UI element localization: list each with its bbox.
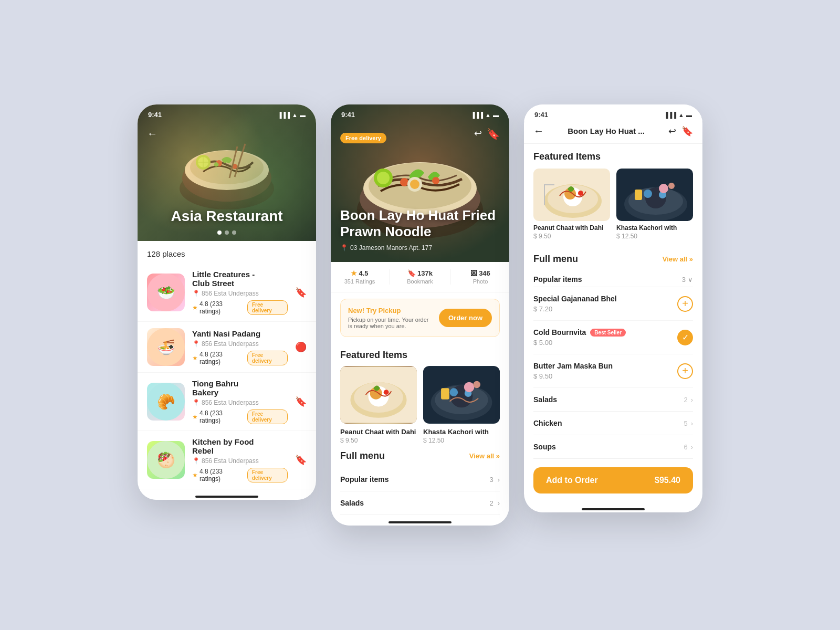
restaurant-name-2: Yanti Nasi Padang [192, 329, 288, 338]
phone3-back-btn[interactable]: ← [533, 125, 544, 137]
restaurant-info-3: Tiong BahruBakery 📍 856 Esta Underpass ★… [192, 379, 288, 424]
phone3-featured-img-1 [533, 169, 610, 221]
restaurant-meta-4: ★ 4.8 (233 ratings) Free delivery [192, 468, 288, 482]
stat-rating-label: 351 Ratings [344, 278, 375, 285]
phone3-featured-price-2: $ 12.50 [616, 233, 693, 240]
phone3-status-icons: ▐▐▐ ▲ ▬ [664, 112, 692, 118]
phone2-featured-price-1: $ 9.50 [340, 437, 417, 444]
phone2-full-menu-title: Full menu [340, 450, 385, 461]
stat-photos-value: 🖼 346 [470, 269, 490, 277]
pin-icon-3: 📍 [192, 399, 200, 406]
phone2-featured-grid: Peanut Chaat with Dahi $ 9.50 [331, 366, 509, 450]
phone3-soups-label: Soups [533, 443, 556, 451]
phone2-status-bar: 9:41 ▐▐▐ ▲ ▬ [331, 104, 509, 121]
svg-rect-44 [441, 388, 449, 399]
phone3-popular-label: Popular items [533, 275, 582, 284]
phone3-featured-card-2[interactable]: Khasta Kachori with $ 12.50 [616, 169, 693, 240]
restaurant-name-1: Little Creatures -Club Street [192, 270, 288, 288]
phone3-soups-right: 6 › [684, 443, 693, 451]
phone3-share-btn[interactable]: ↩ [668, 125, 676, 137]
stat-rating-value: ★ 4.5 [351, 269, 368, 277]
phone2-featured-price-2: $ 12.50 [423, 437, 500, 444]
phone3-cat-chicken[interactable]: Chicken 5 › [533, 412, 693, 435]
bookmark-btn-3[interactable]: 🔖 [295, 396, 307, 407]
restaurant-info-2: Yanti Nasi Padang 📍 856 Esta Underpass ★… [192, 329, 288, 365]
phone1-back-btn[interactable]: ← [147, 128, 158, 140]
stat-bookmarks-value: 🔖 137k [407, 269, 433, 277]
add-btn-2[interactable]: ✓ [677, 330, 693, 345]
bookmark-icon-stat: 🔖 [407, 269, 416, 277]
phone2-view-all[interactable]: View all » [469, 452, 500, 460]
restaurant-item-3[interactable]: 🥐 Tiong BahruBakery 📍 856 Esta Underpass… [138, 373, 316, 431]
order-now-button[interactable]: Order now [439, 309, 492, 327]
phone-1: 9:41 ▐▐▐ ▲ ▬ [138, 104, 316, 500]
phone3-featured-section: Featured Items [524, 144, 702, 247]
phone3-bottom-bar [524, 502, 702, 512]
chevron-right-chicken: › [691, 419, 693, 427]
restaurant-meta-2: ★ 4.8 (233 ratings) Free delivery [192, 351, 288, 365]
restaurant-name-4: Kitchen by FoodRebel [192, 437, 288, 455]
stat-rating: ★ 4.5 351 Ratings [340, 269, 379, 285]
phone2-menu-cat-2[interactable]: Salads 2 › [340, 491, 500, 515]
svg-rect-61 [635, 190, 642, 200]
rating-3: ★ 4.8 (233 ratings) [192, 410, 243, 424]
phone3-featured-card-1[interactable]: Peanut Chaat with Dahi $ 9.50 [533, 169, 610, 240]
bookmark-btn-4[interactable]: 🔖 [295, 454, 307, 466]
bookmark-btn-2[interactable]: 🔴 [295, 341, 307, 353]
svg-point-63 [668, 183, 675, 189]
stat-divider-1 [390, 269, 390, 285]
restaurant-item-1[interactable]: 🥗 Little Creatures -Club Street 📍 856 Es… [138, 264, 316, 322]
star-icon-stat: ★ [351, 269, 357, 277]
phone2-featured-card-2[interactable]: Khasta Kachori with $ 12.50 [423, 366, 500, 444]
pickup-text: New! Try Pickup Pickup on your time. You… [348, 307, 432, 329]
phone3-salads-label: Salads [533, 395, 557, 404]
pickup-desc: Pickup on your time. Your order is ready… [348, 317, 432, 329]
add-btn-1[interactable]: + [677, 296, 693, 312]
restaurant-item-4[interactable]: 🥙 Kitchen by FoodRebel 📍 856 Esta Underp… [138, 431, 316, 489]
battery-icon-2: ▬ [493, 112, 499, 118]
phone3-view-all[interactable]: View all » [663, 255, 693, 263]
phone3-item-name-2: Cold Bournvita Best Seller [533, 328, 626, 337]
phone3-menu-item-2: Cold Bournvita Best Seller $ 5.00 ✓ [533, 321, 693, 354]
phone3-bookmark-btn[interactable]: 🔖 [681, 125, 693, 137]
svg-text:🥐: 🥐 [157, 393, 175, 411]
phone3-cat-salads[interactable]: Salads 2 › [533, 388, 693, 412]
phone3-full-menu-header: Full menu View all » [533, 247, 693, 270]
phone3-item-info-3: Butter Jam Maska Bun $ 9.50 [533, 362, 613, 380]
phone2-bookmark-btn[interactable]: 🔖 [487, 128, 500, 140]
phone3-item-name-3: Butter Jam Maska Bun [533, 362, 613, 370]
svg-text:🍜: 🍜 [157, 339, 175, 356]
phone2-address: 📍 03 Jameson Manors Apt. 177 [340, 244, 500, 251]
svg-text:🥙: 🥙 [157, 452, 175, 469]
phone2-home-indicator [388, 521, 452, 523]
add-to-order-button[interactable]: Add to Order $95.40 [533, 467, 693, 494]
phone2-restaurant-name: Boon Lay Ho Huat Fried Prawn Noodle [340, 207, 500, 240]
phone2-menu-cat-1[interactable]: Popular items 3 › [340, 468, 500, 491]
phone2-featured-card-1[interactable]: Peanut Chaat with Dahi $ 9.50 [340, 366, 417, 444]
rating-4: ★ 4.8 (233 ratings) [192, 468, 243, 482]
phone3-cat-soups[interactable]: Soups 6 › [533, 435, 693, 459]
phone3-popular-header[interactable]: Popular items 3 ∨ [533, 270, 693, 287]
phone2-status-icons: ▐▐▐ ▲ ▬ [471, 112, 499, 118]
phone3-featured-name-2: Khasta Kachori with [616, 224, 693, 232]
svg-point-45 [464, 382, 474, 392]
phone3-item-name-1: Special Gajananad Bhel [533, 295, 617, 303]
bookmark-btn-1[interactable]: 🔖 [295, 287, 307, 298]
restaurant-address-2: 📍 856 Esta Underpass [192, 340, 288, 348]
phone2-share-btn[interactable]: ↩ [474, 128, 482, 139]
stat-photos: 🖼 346 Photo [461, 269, 500, 285]
dot-3 [232, 230, 236, 235]
food-plate-2 [423, 366, 500, 424]
star-icon-3: ★ [192, 413, 198, 421]
phone-2: 9:41 ▐▐▐ ▲ ▬ ← ↩ 🔖 Free delivery Boon La… [331, 104, 509, 526]
phone3-chicken-right: 5 › [684, 419, 693, 427]
add-btn-3[interactable]: + [677, 363, 693, 379]
restaurant-item-2[interactable]: 🍜 Yanti Nasi Padang 📍 856 Esta Underpass… [138, 322, 316, 373]
add-to-order-price: $95.40 [655, 476, 680, 485]
pickup-banner: New! Try Pickup Pickup on your time. You… [340, 299, 500, 337]
pin-icon-1: 📍 [192, 290, 200, 297]
screens-container: 9:41 ▐▐▐ ▲ ▬ [138, 104, 702, 526]
phone3-status-bar: 9:41 ▐▐▐ ▲ ▬ [524, 104, 702, 121]
pin-icon-2: 📍 [192, 340, 200, 348]
delivery-badge-4: Free delivery [247, 468, 288, 482]
